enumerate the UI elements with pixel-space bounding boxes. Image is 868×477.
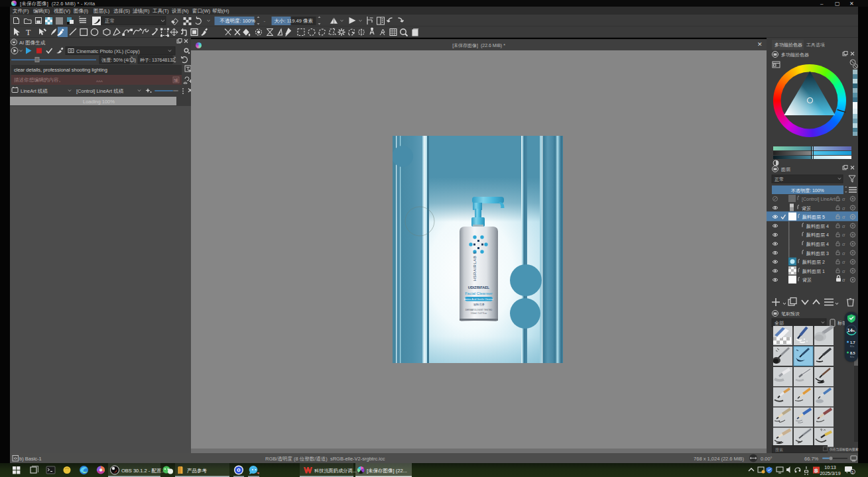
svg-text:8.5: 8.5 — [850, 351, 855, 355]
svg-text:正常: 正常 — [105, 18, 115, 24]
svg-text:Cinematic Photo (XL) (Copy): Cinematic Photo (XL) (Copy) — [76, 48, 140, 54]
svg-text:-: - — [264, 18, 266, 24]
svg-text:工具选项: 工具选项 — [806, 42, 825, 48]
svg-text:多功能拾色器: 多功能拾色器 — [781, 52, 809, 58]
svg-text:66.7%: 66.7% — [804, 456, 819, 462]
svg-text:150ml / 5.07 fl.oz: 150ml / 5.07 fl.oz — [471, 312, 487, 315]
svg-text:K/s: K/s — [850, 344, 854, 348]
svg-text:背景: 背景 — [802, 206, 811, 211]
svg-text:OBS 30.1.2 - 配置...: OBS 30.1.2 - 配置... — [121, 468, 166, 474]
svg-text:多功能拾色器: 多功能拾色器 — [775, 42, 802, 48]
svg-text:[未保存图像] (22...: [未保存图像] (22... — [367, 468, 407, 474]
svg-text:S: S — [814, 468, 818, 474]
svg-text:AI 图像生成: AI 图像生成 — [19, 40, 46, 46]
svg-text:强度: 50% (4/13): 强度: 50% (4/13) — [101, 58, 136, 63]
svg-text:颜料图层 3: 颜料图层 3 — [806, 251, 829, 256]
svg-text:T: T — [26, 28, 31, 37]
svg-text:DERMATOLOGIST TESTED: DERMATOLOGIST TESTED — [465, 309, 493, 311]
svg-text:颜料图层 4: 颜料图层 4 — [806, 233, 829, 238]
svg-text:大小:: 大小: — [275, 18, 286, 24]
svg-text:Facial Cleanser: Facial Cleanser — [465, 292, 493, 295]
svg-text:辅: 辅 — [174, 78, 178, 83]
svg-text:RGB/透明度 (8 位整数/通道) sRGB-elle-: RGB/透明度 (8 位整数/通道) sRGB-elle-V2-srgbtrc.… — [265, 456, 385, 462]
svg-text:10:13: 10:13 — [824, 465, 836, 470]
svg-text:背景: 背景 — [802, 278, 812, 282]
svg-text:b) Basic-1: b) Basic-1 — [19, 456, 42, 462]
svg-text:Amino-Acid Gentle Cleanse: Amino-Acid Gentle Cleanse — [464, 298, 493, 301]
svg-text:LineArt 线稿: LineArt 线稿 — [21, 88, 48, 94]
svg-text:科技洗面奶成分调...: 科技洗面奶成分调... — [314, 468, 357, 474]
svg-text:0.00°: 0.00° — [761, 456, 773, 462]
svg-text:描述你想编辑的内容。: 描述你想编辑的内容。 — [14, 77, 64, 83]
svg-text:笔刷预设: 笔刷预设 — [781, 311, 800, 317]
svg-text:α: α — [842, 277, 845, 283]
svg-text:颜料图层 2: 颜料图层 2 — [802, 260, 825, 265]
svg-text:UDIZRIFAEL: UDIZRIFAEL — [468, 286, 490, 290]
svg-text:119.49 像素: 119.49 像素 — [287, 18, 314, 24]
svg-text:14%: 14% — [847, 328, 855, 333]
svg-text:K/s: K/s — [850, 355, 854, 358]
svg-text:不透明度: 100%: 不透明度: 100% — [791, 188, 824, 193]
svg-text:2025/3/19: 2025/3/19 — [820, 471, 840, 476]
svg-text:颜料图层 1: 颜料图层 1 — [802, 269, 825, 274]
svg-text:图层: 图层 — [781, 167, 790, 172]
svg-text:颜料图层 4: 颜料图层 4 — [806, 224, 829, 229]
svg-text:α: α — [842, 196, 845, 202]
svg-text:HSRAIRLAB 5: HSRAIRLAB 5 — [473, 252, 477, 282]
svg-text:clear details, professional sh: clear details, professional shooting lig… — [14, 67, 107, 73]
svg-text:产品参考: 产品参考 — [187, 468, 208, 474]
svg-text:768 x 1,024 (22.6 MiB): 768 x 1,024 (22.6 MiB) — [694, 456, 744, 462]
svg-text:1.7: 1.7 — [850, 341, 855, 344]
svg-text:种子: 137648132: 种子: 137648132 — [140, 58, 175, 63]
svg-text:全部: 全部 — [775, 321, 784, 326]
svg-text:Loading 100%: Loading 100% — [83, 99, 115, 105]
svg-text:正常: 正常 — [775, 177, 784, 182]
svg-text:温和洁净: 温和洁净 — [473, 303, 485, 306]
svg-text:5: 5 — [851, 470, 853, 474]
svg-text:不透明度: 100%: 不透明度: 100% — [220, 18, 256, 24]
svg-text:颜料图层 5: 颜料图层 5 — [802, 215, 825, 220]
svg-text:[Control] LineArt 线稿: [Control] LineArt 线稿 — [76, 88, 124, 94]
svg-text:^^^: ^^^ — [96, 80, 103, 84]
svg-text:颜料图层 4: 颜料图层 4 — [806, 242, 829, 247]
